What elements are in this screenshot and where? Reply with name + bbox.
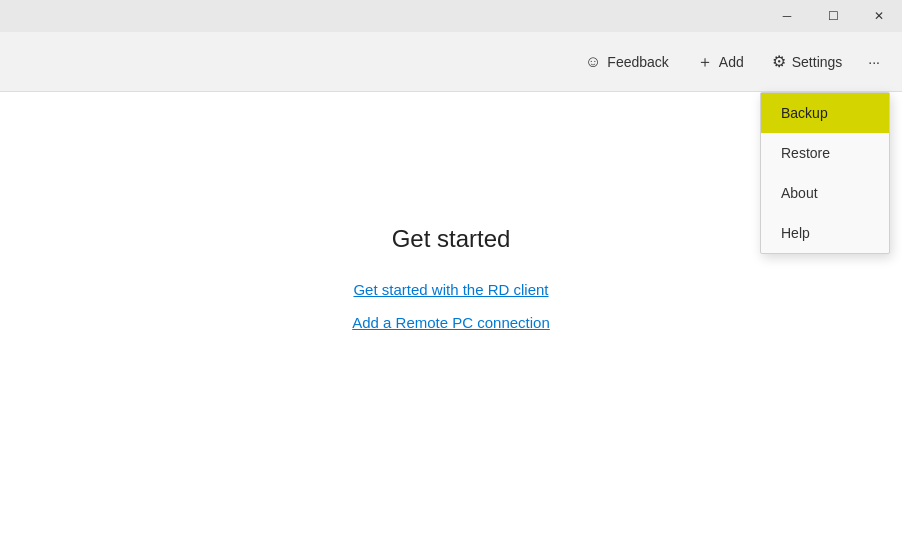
toolbar: ☺ Feedback ＋ Add ⚙ Settings ··· xyxy=(0,32,902,92)
more-button[interactable]: ··· xyxy=(858,42,890,82)
add-button[interactable]: ＋ Add xyxy=(685,42,756,82)
maximize-button[interactable]: ☐ xyxy=(810,0,856,32)
get-started-link[interactable]: Get started with the RD client xyxy=(353,281,548,298)
close-button[interactable]: ✕ xyxy=(856,0,902,32)
settings-button[interactable]: ⚙ Settings xyxy=(760,42,855,82)
add-remote-pc-link[interactable]: Add a Remote PC connection xyxy=(352,314,550,331)
add-icon: ＋ xyxy=(697,54,713,70)
add-label: Add xyxy=(719,54,744,70)
dropdown-item-backup[interactable]: Backup xyxy=(761,93,889,133)
dropdown-item-help[interactable]: Help xyxy=(761,213,889,253)
more-label: ··· xyxy=(868,54,880,70)
settings-icon: ⚙ xyxy=(772,54,786,70)
settings-label: Settings xyxy=(792,54,843,70)
title-bar: ─ ☐ ✕ xyxy=(0,0,902,32)
dropdown-menu: BackupRestoreAboutHelp xyxy=(760,92,890,254)
title-bar-controls: ─ ☐ ✕ xyxy=(764,0,902,32)
dropdown-item-restore[interactable]: Restore xyxy=(761,133,889,173)
feedback-button[interactable]: ☺ Feedback xyxy=(573,42,681,82)
page-title: Get started xyxy=(392,225,511,253)
feedback-label: Feedback xyxy=(607,54,668,70)
minimize-button[interactable]: ─ xyxy=(764,0,810,32)
feedback-icon: ☺ xyxy=(585,54,601,70)
dropdown-item-about[interactable]: About xyxy=(761,173,889,213)
